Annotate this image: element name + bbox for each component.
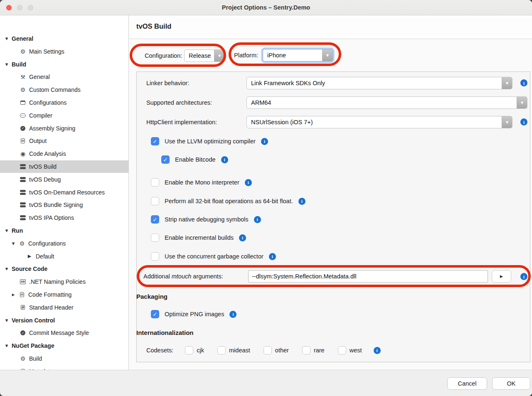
sidebar-item-assembly-signing[interactable]: Assembly Signing xyxy=(0,122,128,135)
ok-button[interactable]: OK xyxy=(492,377,530,390)
info-icon[interactable] xyxy=(229,311,236,318)
disclosure-down-icon[interactable]: ▼ xyxy=(4,229,9,233)
codeset-mideast-checkbox[interactable] xyxy=(217,346,226,354)
codeset-west: west xyxy=(338,346,362,354)
configuration-select-value: Release xyxy=(185,50,214,61)
info-icon[interactable] xyxy=(520,273,527,280)
use-the-llvm-optimizing-compiler-checkbox[interactable] xyxy=(151,137,159,145)
sidebar-item-build[interactable]: ▼Build xyxy=(0,58,128,71)
enable-bitcode-checkbox[interactable] xyxy=(161,155,170,164)
sidebar-item-commit-message-style[interactable]: Commit Message Style xyxy=(0,327,128,339)
sidebar-item-label: NuGet Package xyxy=(12,342,54,349)
sidebar-item-metadata[interactable]: Metadata xyxy=(0,365,128,370)
info-icon[interactable] xyxy=(221,156,228,163)
codeset-label: cjk xyxy=(197,347,204,354)
codeset-cjk-checkbox[interactable] xyxy=(185,346,193,354)
sidebar-item-nuget-package[interactable]: ▼NuGet Package xyxy=(0,339,128,352)
use-the-concurrent-garbage-collector-checkbox[interactable] xyxy=(151,252,159,261)
info-icon[interactable] xyxy=(269,253,276,260)
zoom-window-icon[interactable] xyxy=(28,5,33,10)
sidebar-item-compiler[interactable]: Compiler xyxy=(0,109,128,122)
codeset-west-checkbox[interactable] xyxy=(338,346,346,354)
chevron-down-icon[interactable] xyxy=(214,50,224,61)
codeset-other-checkbox[interactable] xyxy=(264,346,272,354)
sidebar-item-label: Compiler xyxy=(29,112,52,119)
disclosure-down-icon[interactable]: ▼ xyxy=(4,318,9,322)
sidebar-item-tvos-bundle-signing[interactable]: tvOS Bundle Signing xyxy=(0,199,128,211)
disclosure-right-icon[interactable]: ▶ xyxy=(11,293,16,297)
sidebar-item-custom-commands[interactable]: Custom Commands xyxy=(0,84,128,96)
disclosure-down-icon[interactable]: ▼ xyxy=(4,344,9,348)
sidebar-item-output[interactable]: Output xyxy=(0,135,128,147)
minimize-window-icon[interactable] xyxy=(17,5,22,10)
platform-select[interactable]: iPhone xyxy=(263,49,333,61)
optimize-png-checkbox[interactable] xyxy=(151,310,159,318)
platform-select-value: iPhone xyxy=(263,49,322,61)
sidebar-item-tvos-on-demand-resources[interactable]: tvOS On-Demand Resources xyxy=(0,186,128,199)
linker-behavior-select[interactable]: Link Framework SDKs Only xyxy=(246,77,512,89)
sidebar-item-default[interactable]: Default xyxy=(0,250,128,263)
option-label: Perform all 32-bit float operations as 6… xyxy=(165,198,293,204)
disclosure-down-icon[interactable]: ▼ xyxy=(4,267,9,271)
info-icon[interactable] xyxy=(520,118,527,125)
panel-header: tvOS Build xyxy=(129,15,532,39)
sidebar-item-tvos-build[interactable]: tvOS Build xyxy=(0,160,128,173)
sidebar-item-standard-header[interactable]: Standard Header xyxy=(0,301,128,314)
sidebar-item-build[interactable]: Build xyxy=(0,352,128,365)
info-icon[interactable] xyxy=(239,234,246,241)
optimize-png-label: Optimize PNG images xyxy=(165,311,224,317)
close-window-icon[interactable] xyxy=(6,5,12,10)
sidebar-item-label: Source Code xyxy=(12,266,47,272)
gear-icon xyxy=(19,355,27,362)
info-icon[interactable] xyxy=(245,179,252,186)
sidebar-item-general[interactable]: General xyxy=(0,71,128,83)
project-options-window: Project Options – Sentry.Demo ▼GeneralMa… xyxy=(0,0,532,396)
disclosure-down-icon[interactable]: ▼ xyxy=(11,241,16,246)
info-icon[interactable] xyxy=(254,216,261,223)
httpclient-implementation-select[interactable]: NSUrlSession (iOS 7+) xyxy=(246,116,512,128)
sidebar-item-tvos-debug[interactable]: tvOS Debug xyxy=(0,173,128,186)
perform-all-32-bit-float-operations-as-64-bit-float-checkbox[interactable] xyxy=(151,197,159,205)
sidebar-item-configurations[interactable]: Configurations xyxy=(0,96,128,109)
chevron-down-icon[interactable] xyxy=(502,116,512,128)
sidebar-item-code-formatting[interactable]: ▶Code Formatting xyxy=(0,288,128,301)
info-icon[interactable] xyxy=(298,198,305,205)
cancel-button[interactable]: Cancel xyxy=(447,377,487,390)
disclosure-down-icon[interactable]: ▼ xyxy=(4,62,9,66)
sidebar-item-main-settings[interactable]: Main Settings xyxy=(0,45,128,58)
supported-architectures-select[interactable]: ARM64 xyxy=(246,96,527,109)
codeset-rare-checkbox[interactable] xyxy=(302,346,310,354)
sidebar-item-run[interactable]: ▼Run xyxy=(0,224,128,237)
info-icon[interactable] xyxy=(374,347,381,354)
info-icon[interactable] xyxy=(261,138,268,145)
chevron-down-icon[interactable] xyxy=(502,77,512,89)
mtouch-arguments-input[interactable]: --dlsym:System.Reflection.Metadata.dll xyxy=(248,270,488,283)
mtouch-arguments-label: Additional mtouch arguments: xyxy=(143,270,223,283)
sidebar-item-source-code[interactable]: ▼Source Code xyxy=(0,263,128,275)
enable-the-mono-interpreter-checkbox[interactable] xyxy=(151,178,159,187)
optimize-png-option: Optimize PNG images xyxy=(151,310,236,318)
chevron-down-icon[interactable] xyxy=(517,97,527,108)
sidebar-item-general[interactable]: ▼General xyxy=(0,32,128,45)
codeset-label: rare xyxy=(314,347,325,354)
disclosure-down-icon[interactable]: ▼ xyxy=(4,37,9,41)
chevron-down-icon[interactable] xyxy=(322,49,332,61)
option-label: Use the concurrent garbage collector xyxy=(165,253,264,260)
sidebar-item-net-naming-policies[interactable]: .NET Naming Policies xyxy=(0,275,128,288)
mtouch-arguments-expand-button[interactable] xyxy=(492,270,511,283)
sidebar-item-label: Build xyxy=(12,61,26,68)
sidebar-item-label: Standard Header xyxy=(29,304,74,311)
configuration-select[interactable]: Release xyxy=(184,49,225,62)
sidebar-item-label: Custom Commands xyxy=(29,86,81,93)
sidebar-item-code-analysis[interactable]: Code Analysis xyxy=(0,148,128,160)
sidebar-item-tvos-ipa-options[interactable]: tvOS IPA Options xyxy=(0,212,128,224)
sidebar-item-version-control[interactable]: ▼Version Control xyxy=(0,314,128,327)
use-the-llvm-optimizing-compiler-option: Use the LLVM optimizing compiler xyxy=(151,137,268,145)
httpclient-implementation-label: HttpClient implementation: xyxy=(146,116,217,128)
info-icon[interactable] xyxy=(520,79,527,86)
select-value: Link Framework SDKs Only xyxy=(247,77,502,89)
use-the-concurrent-garbage-collector-option: Use the concurrent garbage collector xyxy=(151,252,276,261)
enable-incremental-builds-checkbox[interactable] xyxy=(151,234,159,242)
strip-native-debugging-symbols-checkbox[interactable] xyxy=(151,215,159,224)
sidebar-item-configurations[interactable]: ▼Configurations xyxy=(0,237,128,250)
